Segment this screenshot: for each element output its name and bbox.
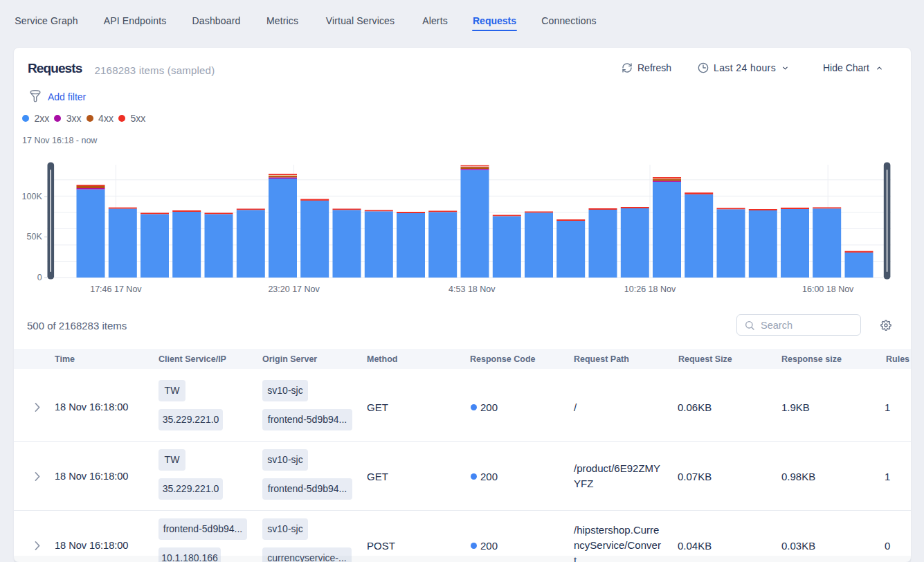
svg-text:100K: 100K [22,192,43,201]
svg-text:17:46 17 Nov: 17:46 17 Nov [90,284,142,294]
svg-text:50K: 50K [27,232,43,242]
svg-text:0: 0 [37,273,42,282]
svg-text:23:20 17 Nov: 23:20 17 Nov [268,284,320,294]
svg-text:4:53 18 Nov: 4:53 18 Nov [449,284,496,294]
svg-text:16:00 18 Nov: 16:00 18 Nov [802,284,854,294]
svg-text:10:26 18 Nov: 10:26 18 Nov [624,284,676,294]
